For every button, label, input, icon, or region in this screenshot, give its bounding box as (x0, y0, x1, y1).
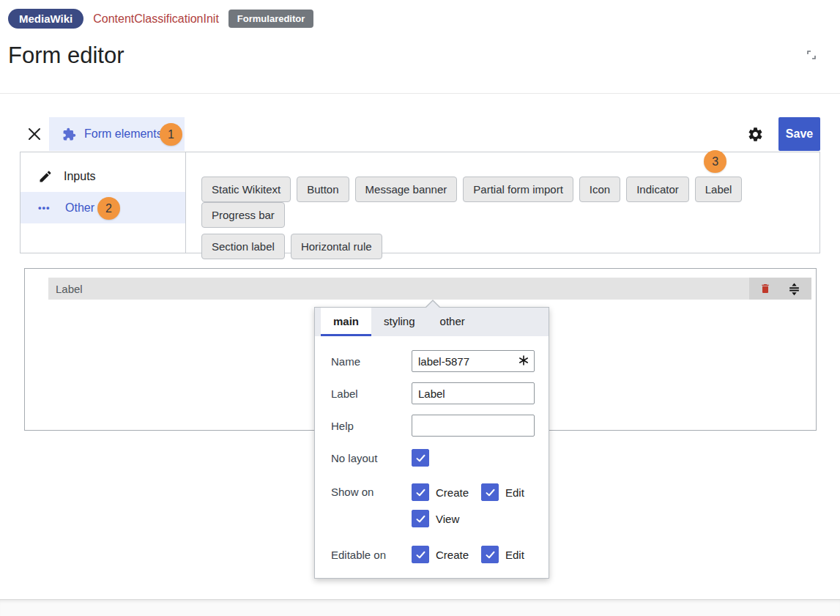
editable-on-create-checkbox[interactable] (412, 546, 429, 563)
show-on-view-label: View (436, 513, 471, 525)
no-layout-checkbox[interactable] (412, 449, 429, 467)
element-actions (749, 278, 811, 300)
sidebar-item-inputs[interactable]: Inputs (21, 160, 185, 192)
close-icon[interactable] (20, 117, 49, 151)
palette-button-horizontal-rule[interactable]: Horizontal rule (291, 234, 382, 259)
help-field-row: Help (331, 415, 534, 437)
breadcrumb: MediaWiki ContentClassificationInit Form… (8, 9, 313, 29)
tab-main[interactable]: main (321, 308, 371, 336)
puzzle-icon (62, 127, 76, 141)
drag-handle-icon[interactable] (787, 282, 801, 296)
trash-icon[interactable] (759, 283, 771, 294)
required-asterisk-icon (519, 355, 529, 368)
form-elements-panel: Inputs ••• Other Static Wikitext Button … (20, 152, 820, 253)
pencil-icon (38, 169, 53, 184)
palette-button-label[interactable]: Label (695, 177, 743, 202)
palette-button-message-banner[interactable]: Message banner (355, 177, 458, 202)
tab-styling[interactable]: styling (371, 308, 428, 336)
canvas-element-label-row[interactable]: Label (48, 278, 811, 300)
show-on-view-checkbox[interactable] (412, 510, 429, 527)
show-on-create-label: Create (436, 486, 471, 499)
show-on-edit-label: Edit (505, 486, 540, 499)
element-label-text: Label (48, 283, 83, 295)
show-on-edit-checkbox[interactable] (481, 483, 499, 501)
name-input[interactable] (412, 350, 535, 372)
palette-area: Static Wikitext Button Message banner Pa… (186, 152, 819, 253)
editable-on-create-label: Create (436, 549, 471, 561)
palette-button-button[interactable]: Button (297, 177, 349, 202)
editable-on-edit-label: Edit (505, 549, 540, 561)
no-layout-label: No layout (331, 452, 412, 464)
no-layout-row: No layout (331, 447, 534, 469)
tab-other[interactable]: other (428, 308, 477, 336)
name-field-label: Name (331, 355, 412, 368)
header-divider (0, 93, 840, 94)
save-button[interactable]: Save (778, 117, 820, 151)
palette-button-indicator[interactable]: Indicator (626, 177, 689, 202)
label-field-label: Label (331, 387, 412, 400)
fullscreen-icon[interactable] (805, 48, 818, 62)
breadcrumb-page-link[interactable]: ContentClassificationInit (93, 12, 219, 26)
show-on-row: Show on Create Edit (331, 483, 534, 527)
editable-on-edit-checkbox[interactable] (481, 546, 499, 563)
show-on-label: Show on (331, 483, 412, 498)
form-elements-label: Form elements (84, 127, 163, 141)
element-config-popup: main styling other Name Label H (314, 307, 549, 579)
ellipsis-icon: ••• (38, 202, 54, 213)
help-field-label: Help (331, 420, 412, 432)
palette-button-progress-bar[interactable]: Progress bar (201, 202, 285, 228)
name-field-row: Name (331, 350, 534, 372)
gear-icon[interactable] (747, 117, 764, 151)
popup-arrow (425, 300, 441, 308)
label-input[interactable] (412, 382, 535, 404)
page-bottom-divider (0, 599, 840, 616)
palette-button-static-wikitext[interactable]: Static Wikitext (201, 177, 291, 202)
annotation-step-2: 2 (97, 197, 120, 220)
palette-button-partial-form-import[interactable]: Partial form import (463, 177, 573, 202)
tool-badge: Formulareditor (228, 10, 313, 28)
palette-button-section-label[interactable]: Section label (201, 234, 285, 259)
editor-toolbar: Form elements Save (20, 117, 820, 151)
editable-on-label: Editable on (331, 549, 412, 561)
sidebar-item-label: Inputs (64, 170, 96, 183)
editable-on-row: Editable on Create Edit (331, 543, 534, 565)
popup-tabbar: main styling other (315, 308, 549, 336)
help-input[interactable] (412, 415, 535, 437)
label-field-row: Label (331, 382, 534, 404)
annotation-step-1: 1 (160, 123, 182, 146)
sidebar-item-label: Other (65, 201, 94, 215)
site-logo-badge[interactable]: MediaWiki (8, 9, 83, 29)
show-on-create-checkbox[interactable] (412, 483, 429, 501)
page-title: Form editor (8, 42, 124, 69)
palette-button-icon[interactable]: Icon (579, 177, 620, 202)
annotation-step-3: 3 (704, 150, 726, 173)
